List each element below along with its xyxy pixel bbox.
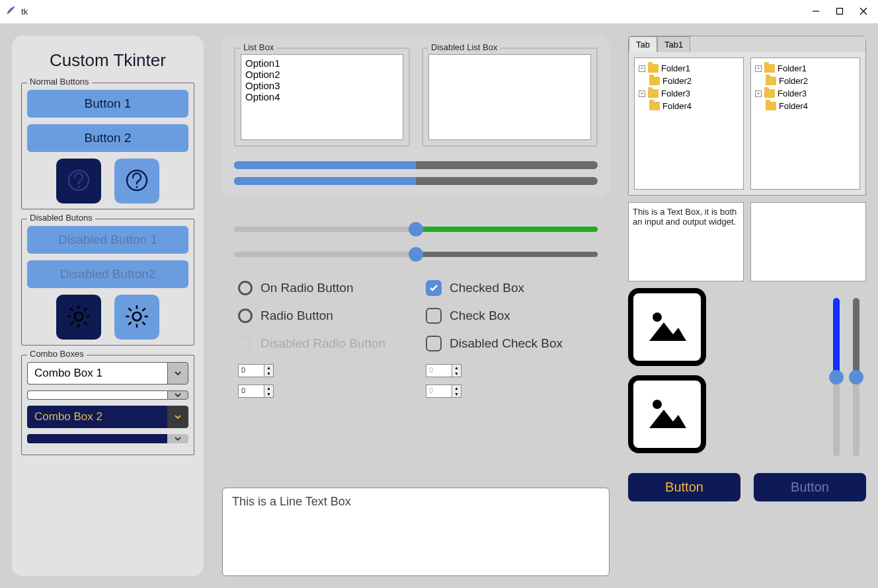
vertical-slider-blue[interactable] <box>833 298 840 457</box>
spinbox-disabled-1: 0▲▼ <box>426 364 461 377</box>
spinbox-1[interactable]: 0▲▼ <box>238 364 274 377</box>
list-item[interactable]: Option2 <box>245 69 399 80</box>
svg-point-11 <box>653 312 662 322</box>
svg-rect-2 <box>837 8 843 14</box>
group-legend: List Box <box>241 42 276 52</box>
slider-knob[interactable] <box>849 370 863 385</box>
slider-knob[interactable] <box>409 222 423 237</box>
combo-box-2[interactable]: Combo Box 2 <box>27 406 188 428</box>
radio-disabled: Disabled Radio Button <box>238 336 406 351</box>
center-panel: List Box Option1 Option2 Option3 Option4… <box>222 36 610 197</box>
group-legend: Normal Buttons <box>27 77 92 87</box>
vertical-slider-gray[interactable] <box>853 298 859 457</box>
chevron-down-icon[interactable] <box>167 434 188 443</box>
expand-icon[interactable]: + <box>639 91 645 97</box>
folder-icon <box>766 102 776 110</box>
svg-point-12 <box>653 400 662 409</box>
svg-point-9 <box>75 312 83 320</box>
slider-gray[interactable] <box>234 247 598 260</box>
tree-item-label: Folder1 <box>778 63 807 73</box>
combo-field[interactable] <box>27 390 167 400</box>
image-placeholder-2 <box>628 375 706 453</box>
list-item[interactable]: Option1 <box>245 57 399 69</box>
chevron-down-icon[interactable] <box>167 362 188 385</box>
disabled-button-1: Disabled Button 1 <box>27 226 188 254</box>
gear-icon <box>123 303 151 332</box>
progress-bar-1 <box>234 161 598 169</box>
disabled-buttons-group: Disabled Butons Disabled Button 1 Disabl… <box>21 219 194 346</box>
folder-icon <box>649 102 660 110</box>
list-item[interactable]: Option4 <box>245 91 399 102</box>
checkbox-unchecked[interactable]: Check Box <box>426 308 594 324</box>
tree-right[interactable]: +Folder1Folder2+Folder3Folder4 <box>750 57 860 190</box>
list-item[interactable]: Option3 <box>245 80 399 91</box>
tree-item-label: Folder2 <box>662 76 692 86</box>
radio-off[interactable]: Radio Button <box>238 308 406 324</box>
spinbox-2[interactable]: 0▲▼ <box>238 385 274 398</box>
app-title: Custom Tkinter <box>21 45 194 73</box>
listbox[interactable]: Option1 Option2 Option3 Option4 <box>241 54 403 140</box>
tree-item-label: Folder3 <box>778 89 807 98</box>
chevron-down-icon[interactable] <box>167 406 188 428</box>
combo-boxes-group: Combo Boxes Combo Box 1 Combo Box 2 <box>21 355 194 455</box>
slider-knob[interactable] <box>829 370 844 385</box>
sidebar: Custom Tkinter Normal Buttons Button 1 B… <box>12 36 204 576</box>
textbox-2[interactable] <box>750 202 866 281</box>
expand-icon[interactable]: + <box>639 65 645 72</box>
help-button-dark[interactable] <box>56 159 101 203</box>
tree-item-label: Folder4 <box>662 101 692 111</box>
window-title: tk <box>21 7 812 17</box>
combo-field[interactable]: Combo Box 2 <box>27 406 167 428</box>
disabled-listbox-group: Disabled List Box <box>422 48 598 147</box>
listbox-group: List Box Option1 Option2 Option3 Option4 <box>234 48 410 147</box>
tree-item[interactable]: Folder2 <box>755 75 856 87</box>
textbox-1[interactable]: This is a Text Box, it is both an input … <box>628 202 744 281</box>
tree-item[interactable]: +Folder1 <box>755 62 856 75</box>
tree-item[interactable]: Folder4 <box>639 100 739 112</box>
help-button-light[interactable] <box>114 159 159 203</box>
tab-2[interactable]: Tab1 <box>657 36 690 52</box>
tree-item[interactable]: +Folder3 <box>639 87 739 100</box>
group-legend: Combo Boxes <box>27 349 87 359</box>
gear-button-dark <box>56 295 101 340</box>
bottom-button-1[interactable]: Button <box>628 473 740 501</box>
tree-item[interactable]: Folder4 <box>755 100 856 112</box>
button-1[interactable]: Button 1 <box>27 90 188 118</box>
group-legend: Disabled Butons <box>27 213 95 223</box>
svg-point-8 <box>136 186 138 188</box>
titlebar: tk <box>0 0 878 24</box>
maximize-button[interactable] <box>836 6 844 18</box>
combo-field[interactable] <box>27 434 167 443</box>
image-placeholder-1 <box>628 288 706 366</box>
disabled-button-2: Disabled Button2 <box>27 260 188 288</box>
button-2[interactable]: Button 2 <box>27 124 188 152</box>
folder-icon <box>764 89 775 98</box>
tab-1[interactable]: Tab <box>629 36 657 52</box>
gear-icon <box>65 303 93 332</box>
combo-box-blank-1[interactable] <box>27 390 188 400</box>
line-text-box[interactable]: This is a Line Text Box <box>222 488 610 576</box>
minimize-button[interactable] <box>812 6 820 18</box>
expand-icon[interactable]: + <box>755 65 762 72</box>
slider-knob[interactable] <box>409 247 423 262</box>
expand-icon[interactable]: + <box>755 91 762 97</box>
gear-button-light <box>114 295 159 340</box>
combo-box-1[interactable]: Combo Box 1 <box>27 362 188 385</box>
tree-item[interactable]: +Folder3 <box>755 87 856 100</box>
slider-green[interactable] <box>234 222 598 235</box>
tree-item[interactable]: Folder2 <box>639 75 739 87</box>
checkbox-disabled: Disabled Check Box <box>426 336 594 351</box>
folder-icon <box>648 89 658 98</box>
svg-point-10 <box>133 312 141 320</box>
tree-item[interactable]: +Folder1 <box>639 62 739 75</box>
radio-on[interactable]: On Radio Button <box>238 280 406 296</box>
close-button[interactable] <box>859 6 867 18</box>
question-icon <box>65 167 92 196</box>
chevron-down-icon[interactable] <box>167 390 188 400</box>
tree-item-label: Folder2 <box>779 76 808 86</box>
bottom-button-2: Button <box>754 473 866 501</box>
tree-left[interactable]: +Folder1Folder2+Folder3Folder4 <box>634 57 744 190</box>
checkbox-checked[interactable]: Checked Box <box>426 280 594 296</box>
combo-field[interactable]: Combo Box 1 <box>27 362 167 385</box>
combo-box-blank-2[interactable] <box>27 434 188 443</box>
